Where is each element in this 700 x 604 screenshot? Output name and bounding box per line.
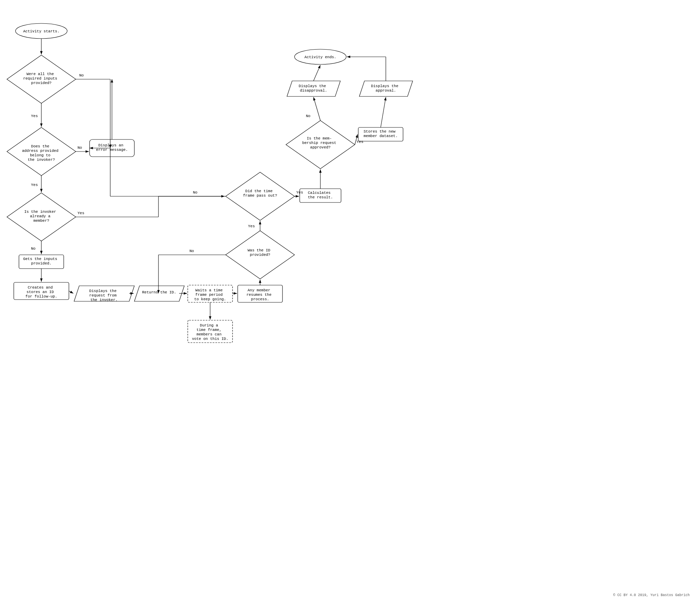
waits-label: Waits a time frame period to keep going.: [194, 288, 226, 301]
q4-label: Did the time frame pass out?: [243, 189, 277, 198]
q2-no-label: No: [78, 146, 82, 150]
calculates-label: Calculates the result.: [308, 191, 333, 199]
svg-line-29: [381, 97, 386, 127]
svg-line-30: [313, 65, 320, 81]
diagram-container: Activity starts. Were all the required i…: [0, 0, 700, 604]
copyright-text: © CC BY 4.0 2019, Yuri Bastos Gabrich: [613, 593, 690, 597]
q4-no-label: No: [193, 190, 197, 195]
disapproval-label: Displays the disapproval.: [299, 84, 328, 93]
activity-end-label: Activity ends.: [305, 55, 336, 59]
q4-yes-label: Yes: [296, 190, 303, 195]
q5-label: Was the ID provided?: [248, 248, 273, 257]
returns-id-label: Returns the ID.: [142, 290, 176, 294]
creates-id-label: Creates and stores an ID for follow-up.: [25, 285, 57, 299]
error-label: Displays an error message.: [96, 143, 128, 152]
q1-no-label: No: [79, 73, 84, 77]
q5-no-label: No: [189, 249, 194, 253]
q6-no-label: No: [306, 114, 310, 118]
q1-yes-label: Yes: [31, 114, 38, 118]
activity-start-label: Activity starts.: [23, 29, 60, 33]
q2-yes-label: Yes: [31, 183, 38, 187]
svg-line-28: [313, 97, 320, 121]
stores-member-label: Stores the new member dataset.: [363, 129, 398, 138]
q6-yes-label: Yes: [357, 140, 363, 144]
displays-request-label: Displays the request from the invoker.: [89, 289, 119, 302]
q3-no-label: No: [31, 247, 35, 251]
q3-yes-label: Yes: [78, 211, 84, 215]
q5-yes-label: Yes: [248, 224, 255, 228]
svg-line-15: [69, 291, 73, 293]
